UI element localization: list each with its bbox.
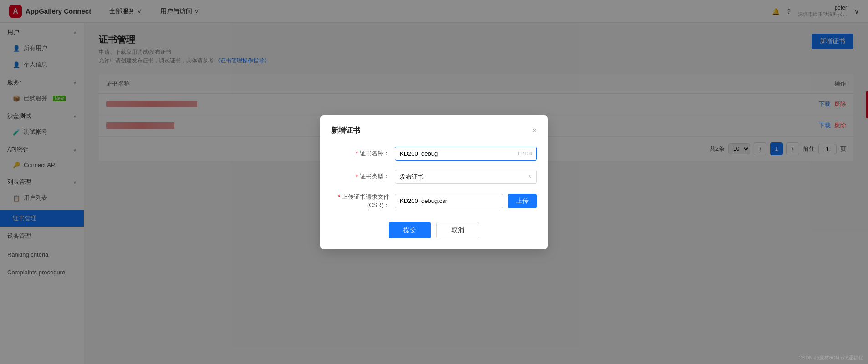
csr-file-input[interactable] — [395, 194, 503, 208]
submit-button[interactable]: 提交 — [389, 222, 431, 238]
cert-name-label: * 证书名称： — [331, 149, 395, 157]
new-cert-modal: 新增证书 × * 证书名称： 11/100 * 证书类型： 发布证书 — [320, 115, 548, 249]
required-star-2: * — [356, 173, 360, 180]
csr-label: * 上传证书请求文件(CSR)： — [331, 193, 395, 209]
upload-button[interactable]: 上传 — [508, 194, 537, 208]
modal-header: 新增证书 × — [331, 126, 537, 136]
cert-name-input[interactable] — [395, 147, 537, 161]
cert-type-row: * 证书类型： 发布证书 调试证书 ∨ — [331, 170, 537, 184]
cancel-button[interactable]: 取消 — [436, 222, 479, 238]
upload-row: 上传 — [395, 194, 537, 208]
cert-name-input-wrapper: 11/100 — [395, 147, 537, 161]
modal-title: 新增证书 — [331, 126, 360, 136]
cert-name-row: * 证书名称： 11/100 — [331, 147, 537, 161]
cert-type-label: * 证书类型： — [331, 172, 395, 181]
char-count: 11/100 — [517, 151, 532, 156]
required-star-3: * — [338, 193, 342, 200]
watermark: CSDN @废材8DN @6亚福亿 — [798, 354, 863, 361]
required-star: * — [356, 150, 360, 157]
modal-overlay: 新增证书 × * 证书名称： 11/100 * 证书类型： 发布证书 — [0, 0, 868, 364]
modal-footer: 提交 取消 — [331, 222, 537, 238]
cert-type-select[interactable]: 发布证书 调试证书 — [395, 170, 537, 184]
cert-type-select-wrapper: 发布证书 调试证书 ∨ — [395, 170, 537, 184]
modal-close-button[interactable]: × — [532, 126, 537, 135]
csr-row: * 上传证书请求文件(CSR)： 上传 — [331, 193, 537, 209]
